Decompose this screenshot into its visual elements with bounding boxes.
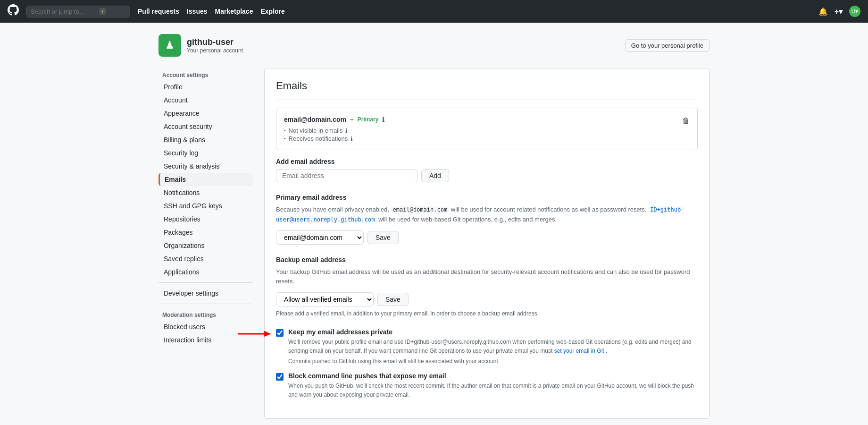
sidebar-item-applications[interactable]: Applications <box>159 265 253 279</box>
pull-requests-link[interactable]: Pull requests <box>138 8 179 15</box>
sidebar-item-billing[interactable]: Billing & plans <box>159 133 253 146</box>
main-panel: Emails email@domain.com – Primary ℹ • No… <box>264 68 709 419</box>
user-subtitle: Your personal account <box>187 47 243 54</box>
checkbox-section: Keep my email addresses private We'll re… <box>276 328 698 400</box>
topnav: / Pull requests Issues Marketplace Explo… <box>0 0 868 23</box>
primary-email-save-button[interactable]: Save <box>367 231 399 244</box>
email-address: email@domain.com <box>284 116 346 123</box>
bullet-1: • <box>284 128 286 133</box>
page-title: Emails <box>276 80 698 100</box>
keep-private-note: Commits pushed to GitHub using this emai… <box>288 358 698 365</box>
email-meta: • Not visible in emails ℹ • Receives not… <box>284 127 384 142</box>
add-email-button[interactable]: Add <box>421 169 449 182</box>
sidebar-item-notifications[interactable]: Notifications <box>159 186 253 199</box>
username: github-user <box>187 37 243 47</box>
svg-marker-1 <box>264 331 271 337</box>
add-email-title: Add email address <box>276 158 698 165</box>
set-email-git-link[interactable]: set your email in Git <box>554 348 604 354</box>
block-cli-checkbox[interactable] <box>276 373 284 381</box>
red-arrow-indicator <box>238 328 271 340</box>
primary-email-section: Primary email address Because you have e… <box>276 194 698 245</box>
sidebar-divider-2 <box>159 304 253 304</box>
plus-icon[interactable]: +▾ <box>835 7 843 16</box>
sidebar-item-account[interactable]: Account <box>159 94 253 107</box>
email-info-icon[interactable]: ℹ <box>382 116 384 123</box>
add-email-row: Add <box>276 169 698 182</box>
user-info: ♟ github-user Your personal account <box>159 34 243 57</box>
sidebar-item-appearance[interactable]: Appearance <box>159 107 253 120</box>
backup-email-title: Backup email address <box>276 256 698 264</box>
not-visible-text: Not visible in emails <box>289 127 343 134</box>
keep-private-row: Keep my email addresses private We'll re… <box>276 328 698 364</box>
user-header: ♟ github-user Your personal account Go t… <box>159 34 709 57</box>
delete-email-button[interactable]: 🗑 <box>682 117 690 125</box>
sidebar-item-emails[interactable]: Emails <box>159 173 253 186</box>
sidebar-item-developer-settings[interactable]: Developer settings <box>159 287 253 300</box>
moderation-settings-title: Moderation settings <box>159 308 253 320</box>
user-avatar-large: ♟ <box>159 34 181 57</box>
backup-email-select[interactable]: Allow all verified emails <box>276 292 374 306</box>
sidebar-divider-1 <box>159 282 253 283</box>
email-code-inline: email@domain.com <box>391 206 450 213</box>
primary-email-select[interactable]: email@domain.com <box>276 230 364 245</box>
primary-badge: Primary <box>358 116 379 123</box>
primary-email-desc: Because you have email privacy enabled, … <box>276 205 698 225</box>
sidebar-item-saved-replies[interactable]: Saved replies <box>159 252 253 265</box>
add-email-section: Add email address Add <box>276 158 698 182</box>
separator: – <box>350 116 354 123</box>
sidebar-item-repositories[interactable]: Repositories <box>159 212 253 226</box>
email-address-input[interactable] <box>276 169 417 182</box>
meta2-info-icon[interactable]: ℹ <box>351 136 353 142</box>
sidebar-item-security-analysis[interactable]: Security & analysis <box>159 160 253 173</box>
backup-email-desc: Your backup GitHub email address will be… <box>276 267 698 287</box>
primary-email-select-row: email@domain.com Save <box>276 230 698 245</box>
go-to-profile-button[interactable]: Go to your personal profile <box>625 39 709 52</box>
receives-notifications-text: Receives notifications <box>289 135 348 142</box>
email-address-line: email@domain.com – Primary ℹ <box>284 116 384 123</box>
notifications-icon[interactable]: 🔔 <box>818 7 828 16</box>
sidebar-item-account-security[interactable]: Account security <box>159 120 253 133</box>
backup-email-note: Please add a verified email, in addition… <box>276 310 698 317</box>
email-card: email@domain.com – Primary ℹ • Not visib… <box>276 108 698 150</box>
github-logo-icon[interactable] <box>8 4 19 18</box>
user-avatar[interactable]: U▾ <box>849 6 860 17</box>
meta1-info-icon[interactable]: ℹ <box>345 128 348 134</box>
backup-email-save-button[interactable]: Save <box>377 293 409 306</box>
topnav-right: 🔔 +▾ U▾ <box>818 6 860 17</box>
sidebar-item-profile[interactable]: Profile <box>159 80 253 94</box>
sidebar-item-packages[interactable]: Packages <box>159 226 253 239</box>
keep-private-label: Keep my email addresses private <box>288 328 698 336</box>
sidebar-item-security-log[interactable]: Security log <box>159 146 253 160</box>
red-arrow-icon <box>238 328 271 340</box>
primary-email-title: Primary email address <box>276 194 698 201</box>
keep-private-desc: We'll remove your public profile email a… <box>288 338 698 356</box>
email-meta-item-1: • Not visible in emails ℹ <box>284 127 384 134</box>
search-kbd: / <box>100 8 106 15</box>
keep-private-checkbox[interactable] <box>276 329 284 337</box>
email-meta-item-2: • Receives notifications ℹ <box>284 135 384 142</box>
marketplace-link[interactable]: Marketplace <box>215 8 253 15</box>
block-cli-label: Block command line pushes that expose my… <box>288 372 698 380</box>
backup-email-section: Backup email address Your backup GitHub … <box>276 256 698 317</box>
issues-link[interactable]: Issues <box>187 8 208 15</box>
search-input[interactable] <box>31 8 97 15</box>
sidebar-item-organizations[interactable]: Organizations <box>159 239 253 252</box>
explore-link[interactable]: Explore <box>260 8 284 15</box>
sidebar-item-ssh-gpg[interactable]: SSH and GPG keys <box>159 199 253 212</box>
search-bar[interactable]: / <box>26 6 130 17</box>
topnav-links: Pull requests Issues Marketplace Explore <box>138 8 285 15</box>
block-cli-row: Block command line pushes that expose my… <box>276 372 698 400</box>
backup-email-select-row: Allow all verified emails Save <box>276 292 698 306</box>
sidebar: Account settings Profile Account Appeara… <box>159 68 253 347</box>
account-settings-title: Account settings <box>159 68 253 80</box>
bullet-2: • <box>284 136 286 141</box>
block-cli-desc: When you push to GitHub, we'll check the… <box>288 382 698 400</box>
